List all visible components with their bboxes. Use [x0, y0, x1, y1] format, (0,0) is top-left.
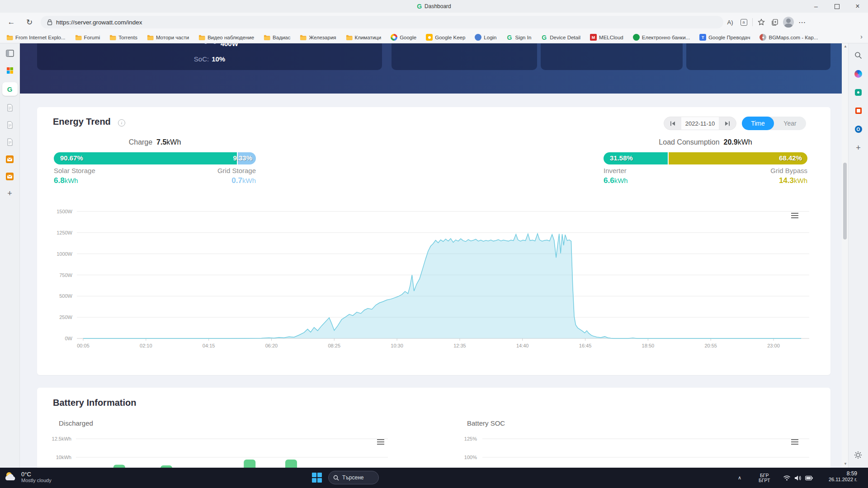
page-scrollbar[interactable] — [842, 43, 848, 468]
soc-chart-menu-icon[interactable] — [791, 439, 798, 445]
translate-favicon: T — [699, 34, 706, 41]
vertical-tab-strip: G+ — [0, 43, 20, 468]
bookmark-item[interactable]: Климатици — [346, 34, 382, 41]
hero-panel-2 — [392, 43, 537, 70]
bookmark-item[interactable]: Google Keep — [426, 34, 465, 41]
sidebar-add-icon[interactable]: + — [853, 142, 864, 153]
weather-temp: 0°C — [21, 471, 52, 478]
bookmark-label: Google — [400, 35, 416, 40]
bookmark-label: Железария — [309, 35, 336, 40]
profile-avatar[interactable] — [782, 15, 795, 29]
google-favicon — [391, 34, 397, 41]
energy-trend-title: Energy Trend — [53, 117, 111, 127]
language-indicator[interactable]: БГРБГРТ — [759, 468, 770, 488]
discharged-chart-menu-icon[interactable] — [377, 439, 384, 445]
shopping-icon[interactable] — [853, 87, 864, 98]
bookmark-item[interactable]: Login — [475, 34, 496, 41]
melcloud-favicon: M — [590, 34, 597, 41]
settings-menu-icon[interactable]: ⋯ — [795, 15, 809, 29]
load-consumption-label: Load Consumption 20.9kWh — [604, 138, 807, 146]
bookmarks-overflow-chevron[interactable]: › — [860, 33, 863, 40]
scrollbar-down-arrow[interactable]: ▼ — [844, 462, 847, 466]
bookmark-item[interactable]: TGoogle Преводач — [699, 34, 750, 41]
bookmark-item[interactable]: MMELCloud — [590, 34, 623, 41]
maximize-button[interactable] — [826, 0, 847, 13]
folder-icon — [147, 34, 154, 41]
bookmark-item[interactable]: From Internet Explo... — [6, 34, 66, 41]
tab-doc-icon[interactable] — [5, 119, 15, 130]
taskbar-clock[interactable]: 8:59 26.11.2022 г. — [829, 470, 857, 482]
load-bar: 31.58% 68.42% — [604, 152, 807, 164]
bookmark-item[interactable]: Мотори части — [147, 34, 189, 41]
bookmark-item[interactable]: Видео наблюдение — [198, 34, 254, 41]
tab-doc-icon[interactable] — [5, 136, 15, 147]
tab-doc-icon[interactable] — [5, 102, 15, 113]
wifi-icon[interactable] — [783, 468, 791, 488]
translate-icon[interactable]: a — [737, 15, 750, 29]
hero-panel-4 — [686, 43, 830, 70]
back-button[interactable]: ← — [5, 15, 18, 29]
weather-widget[interactable]: 0°C Mostly cloudy — [4, 470, 52, 483]
browser-toolbar: ← ↻ https://server.growatt.com/index A) … — [0, 13, 868, 32]
m365-icon[interactable] — [853, 105, 864, 116]
discharging-status: Discharging: 400W — [37, 43, 382, 50]
solar-chart-menu-icon[interactable] — [791, 213, 798, 218]
bookmark-label: Вадиас — [273, 35, 290, 40]
date-prev-button[interactable] — [664, 117, 681, 130]
scrollbar-up-arrow[interactable]: ▲ — [844, 44, 847, 48]
reload-button[interactable]: ↻ — [23, 15, 36, 29]
battery-icon[interactable] — [805, 468, 813, 488]
edge-sidebar: O+ — [848, 43, 868, 468]
window-title: Dashboard — [425, 3, 451, 9]
read-aloud-icon[interactable]: A) — [723, 15, 737, 29]
discharged-chart-title: Discharged — [59, 419, 93, 427]
grid-storage-stat: Grid Storage 0.7kWh — [147, 167, 256, 185]
bookmark-item[interactable]: GDevice Detail — [541, 34, 580, 41]
favorites-star-icon[interactable] — [755, 15, 768, 29]
tab-colorful-icon[interactable] — [5, 65, 15, 76]
tab-pane-icon[interactable] — [5, 48, 15, 59]
load-inverter-pct: 31.58% — [610, 154, 633, 162]
bookmark-item[interactable]: GSign In — [506, 34, 532, 41]
bookmark-item[interactable]: Torrents — [109, 34, 137, 41]
copilot-icon[interactable] — [853, 68, 864, 79]
bookmark-item[interactable]: Електронно банки... — [633, 34, 690, 41]
tab-growatt-active[interactable]: G — [2, 82, 18, 96]
settings-gear-icon[interactable] — [854, 451, 862, 461]
charge-bar: 90.67% 9.33% — [54, 152, 256, 164]
address-bar[interactable]: https://server.growatt.com/index — [41, 16, 723, 28]
volume-icon[interactable] — [794, 468, 802, 488]
taskbar-search[interactable]: Търсене — [328, 471, 379, 484]
tab-mail-icon[interactable] — [5, 171, 15, 182]
minimize-button[interactable]: – — [806, 0, 826, 13]
folder-icon — [346, 34, 353, 41]
collections-icon[interactable] — [768, 15, 782, 29]
outlook-icon[interactable]: O — [853, 124, 864, 135]
bookmark-item[interactable]: Google — [391, 34, 416, 41]
scrollbar-thumb[interactable] — [843, 163, 847, 239]
bookmark-item[interactable]: Железария — [300, 34, 336, 41]
date-next-button[interactable] — [719, 117, 736, 130]
search-icon — [333, 475, 339, 481]
load-bypass-pct: 68.42% — [779, 154, 802, 162]
hero-panel-3 — [541, 43, 683, 70]
bookmark-label: Google Преводач — [708, 35, 750, 40]
bookmark-item[interactable]: Forumi — [75, 34, 100, 41]
bookmark-item[interactable]: BGMaps.com - Кар... — [760, 34, 818, 41]
close-button[interactable]: × — [847, 0, 868, 13]
search-icon[interactable] — [853, 50, 864, 61]
bank-favicon — [633, 34, 640, 41]
charge-grid-segment: 9.33% — [237, 152, 256, 164]
start-button[interactable] — [312, 473, 323, 483]
date-value[interactable]: 2022-11-10 — [681, 117, 719, 130]
year-tab[interactable]: Year — [774, 117, 806, 130]
tab-mail-icon[interactable] — [5, 154, 15, 164]
folder-icon — [198, 34, 205, 41]
growatt-favicon: G — [417, 3, 422, 9]
url-text: https://server.growatt.com/index — [56, 19, 142, 26]
tray-chevron[interactable]: ∧ — [738, 468, 741, 488]
bookmark-item[interactable]: Вадиас — [264, 34, 290, 41]
tab-new-button[interactable]: + — [5, 188, 15, 199]
info-icon[interactable]: i — [118, 119, 125, 127]
time-tab[interactable]: Time — [742, 117, 774, 130]
